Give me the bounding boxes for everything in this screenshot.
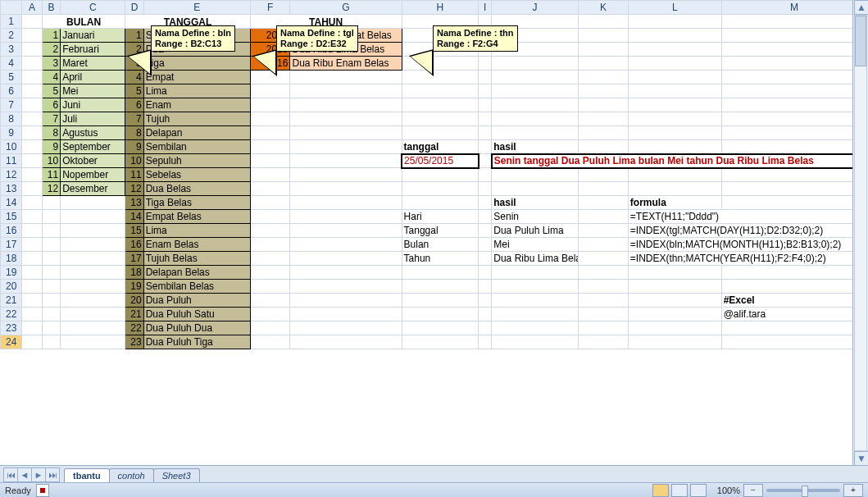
- cell-E20[interactable]: Sembilan Belas: [143, 280, 250, 294]
- cell-H16[interactable]: Tanggal: [402, 224, 478, 238]
- cell-C20[interactable]: [61, 280, 125, 294]
- tab-first-icon[interactable]: ⏮: [3, 467, 18, 482]
- cell-G14[interactable]: [290, 196, 402, 210]
- cell-J7[interactable]: [492, 98, 579, 112]
- cell-K18[interactable]: [578, 252, 628, 266]
- cell-D19[interactable]: 18: [125, 266, 143, 280]
- scroll-down-button[interactable]: ▼: [854, 451, 868, 466]
- cell-K7[interactable]: [578, 98, 628, 112]
- cell-G20[interactable]: [290, 280, 402, 294]
- cell-B6[interactable]: 5: [42, 84, 60, 98]
- cell-J18[interactable]: Dua Ribu Lima Belas: [492, 252, 579, 266]
- cell-K16[interactable]: [578, 224, 628, 238]
- cell-F12[interactable]: [250, 168, 290, 182]
- cell-B19[interactable]: [42, 266, 60, 280]
- cell-F22[interactable]: [250, 308, 290, 321]
- cell-C18[interactable]: [61, 252, 125, 266]
- cell-I20[interactable]: [479, 280, 492, 294]
- cell-K2[interactable]: [578, 29, 628, 43]
- row-20[interactable]: 2019Sembilan Belas: [1, 280, 868, 294]
- row-7[interactable]: 76Juni6Enam: [1, 98, 868, 112]
- row-8-header[interactable]: 8: [1, 112, 22, 126]
- cell-G13[interactable]: [290, 182, 402, 196]
- cell-J13[interactable]: [492, 182, 579, 196]
- cell-A20[interactable]: [22, 280, 42, 294]
- cell-C10[interactable]: September: [61, 140, 125, 154]
- cell-M21[interactable]: #Excel: [721, 294, 867, 308]
- cell-C12[interactable]: Nopember: [61, 168, 125, 182]
- cell-I13[interactable]: [479, 182, 492, 196]
- cell-K20[interactable]: [578, 280, 628, 294]
- cell-A12[interactable]: [22, 168, 42, 182]
- row-10[interactable]: 109September9Sembilantanggalhasil: [1, 140, 868, 154]
- cell-M22[interactable]: @alif.tara: [721, 308, 867, 321]
- row-18[interactable]: 1817Tujuh BelasTahunDua Ribu Lima Belas=…: [1, 252, 868, 266]
- cell-L15[interactable]: =TEXT(H11;"Dddd"): [628, 210, 867, 224]
- cell-J5[interactable]: [492, 71, 579, 84]
- cell-D16[interactable]: 15: [125, 224, 143, 238]
- cell-L4[interactable]: [628, 57, 721, 71]
- cell-E15[interactable]: Empat Belas: [143, 210, 250, 224]
- cell-F8[interactable]: [250, 112, 290, 126]
- cell-F15[interactable]: [250, 210, 290, 224]
- cell-B13[interactable]: 12: [42, 182, 60, 196]
- cell-B7[interactable]: 6: [42, 98, 60, 112]
- cell-F24[interactable]: [250, 335, 290, 349]
- cell-F17[interactable]: [250, 238, 290, 252]
- row-3-header[interactable]: 3: [1, 43, 22, 57]
- cell-B8[interactable]: 7: [42, 112, 60, 126]
- cell-F23[interactable]: [250, 321, 290, 335]
- cell-J11[interactable]: Senin tanggal Dua Puluh Lima bulan Mei t…: [492, 154, 867, 168]
- row-14-header[interactable]: 14: [1, 196, 22, 210]
- row-18-header[interactable]: 18: [1, 252, 22, 266]
- cell-K15[interactable]: [578, 210, 628, 224]
- view-page-layout-icon[interactable]: [671, 484, 688, 497]
- cell-H7[interactable]: [402, 98, 478, 112]
- cell-C6[interactable]: Mei: [61, 84, 125, 98]
- cell-E7[interactable]: Enam: [143, 98, 250, 112]
- select-all-corner[interactable]: [1, 1, 22, 15]
- cell-B5[interactable]: 4: [42, 71, 60, 84]
- cell-I12[interactable]: [479, 168, 492, 182]
- cell-A22[interactable]: [22, 308, 42, 321]
- cell-D2[interactable]: 1: [125, 29, 143, 43]
- cell-F11[interactable]: [250, 154, 290, 168]
- row-2-header[interactable]: 2: [1, 29, 22, 43]
- cell-K3[interactable]: [578, 43, 628, 57]
- cell-E16[interactable]: Lima: [143, 224, 250, 238]
- vertical-scrollbar[interactable]: ▲ ▼: [852, 0, 868, 466]
- cell-B21[interactable]: [42, 294, 60, 308]
- zoom-out-button[interactable]: −: [743, 484, 763, 497]
- cell-C22[interactable]: [61, 308, 125, 321]
- cell-E23[interactable]: Dua Puluh Dua: [143, 321, 250, 335]
- col-D[interactable]: D: [125, 1, 143, 15]
- row-23[interactable]: 2322Dua Puluh Dua: [1, 321, 868, 335]
- row-6[interactable]: 65Mei5Lima: [1, 84, 868, 98]
- cell-I14[interactable]: [479, 196, 492, 210]
- cell-G24[interactable]: [290, 335, 402, 349]
- cell-I9[interactable]: [479, 126, 492, 140]
- cell-J23[interactable]: [492, 321, 579, 335]
- cell-F13[interactable]: [250, 182, 290, 196]
- row-16[interactable]: 1615LimaTanggalDua Puluh Lima=INDEX(tgl;…: [1, 224, 868, 238]
- cell-A13[interactable]: [22, 182, 42, 196]
- cell-F21[interactable]: [250, 294, 290, 308]
- cell-D12[interactable]: 11: [125, 168, 143, 182]
- cell-I7[interactable]: [479, 98, 492, 112]
- cell-C7[interactable]: Juni: [61, 98, 125, 112]
- cell-A8[interactable]: [22, 112, 42, 126]
- row-17[interactable]: 1716Enam BelasBulanMei=INDEX(bln;MATCH(M…: [1, 238, 868, 252]
- cell-B24[interactable]: [42, 335, 60, 349]
- cell-C5[interactable]: April: [61, 71, 125, 84]
- cell-D13[interactable]: 12: [125, 182, 143, 196]
- cell-B14[interactable]: [42, 196, 60, 210]
- cell-J19[interactable]: [492, 266, 579, 280]
- cell-L12[interactable]: [628, 168, 721, 182]
- cell-I23[interactable]: [479, 321, 492, 335]
- cell-H17[interactable]: Bulan: [402, 238, 478, 252]
- cell-G9[interactable]: [290, 126, 402, 140]
- cell-B18[interactable]: [42, 252, 60, 266]
- cell-M14[interactable]: [721, 196, 867, 210]
- cell-I10[interactable]: [479, 140, 492, 154]
- cell-C15[interactable]: [61, 210, 125, 224]
